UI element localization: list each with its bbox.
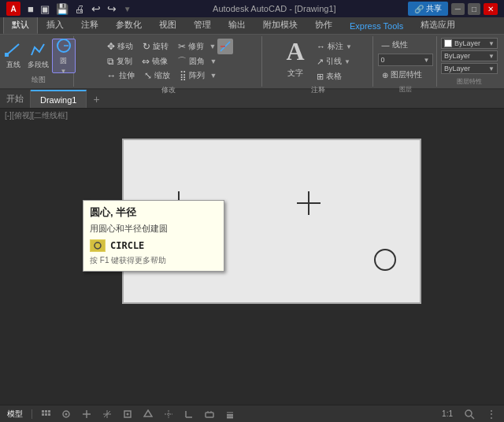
tooltip-hint: 按 F1 键获得更多帮助 [90, 255, 217, 266]
svg-line-35 [471, 416, 474, 419]
ribbon-group-modify: ✥ 移动 ↻ 旋转 ✂ 修剪 ▼ ⧉ 复制 [75, 36, 262, 87]
tool-stretch[interactable]: ↔ 拉伸 [103, 68, 139, 83]
draw-group-label: 绘图 [32, 73, 46, 85]
tool-trim[interactable]: ✂ 修剪 [174, 39, 208, 54]
svg-rect-9 [45, 410, 47, 413]
status-grid[interactable] [37, 408, 54, 420]
tooltip-command: CIRCLE [90, 239, 217, 252]
tool-copy[interactable]: ⧉ 复制 [103, 54, 136, 68]
svg-point-22 [127, 413, 129, 415]
tab-express-tools[interactable]: Express Tools [341, 18, 412, 34]
tab-manage[interactable]: 管理 [185, 16, 220, 34]
layers-group-label: 图层 [399, 83, 412, 94]
status-zoom[interactable] [460, 408, 479, 420]
ribbon-group-annotation: A 文字 ↔ 标注 ▼ ↗ 引线 ▼ ⊞ 表格 注释 [263, 36, 373, 87]
share-button[interactable]: 🔗 共享 [408, 2, 448, 16]
status-dynin[interactable] [201, 408, 218, 420]
modify-row-2: ⧉ 复制 ⇔ 镜像 ⌒ 圆角 ▼ [103, 54, 234, 68]
close-button[interactable]: ✕ [484, 3, 498, 15]
tool-rotate[interactable]: ↻ 旋转 [139, 39, 172, 54]
tool-table[interactable]: ⊞ 表格 [313, 69, 356, 83]
qa-save-icon[interactable]: 💾 [54, 2, 71, 16]
tab-output[interactable]: 输出 [220, 16, 254, 34]
properties-group-label: 图层特性 [457, 76, 482, 86]
canvas-area[interactable]: 圆心, 半径 用圆心和半径创建圆 CIRCLE 按 F1 键获得更多帮助 [0, 123, 504, 383]
crosshair-2 [297, 191, 321, 215]
tab-view[interactable]: 视图 [150, 16, 185, 34]
svg-point-15 [65, 413, 68, 415]
svg-rect-1 [5, 53, 9, 57]
status-ortho[interactable] [78, 408, 95, 420]
tab-insert[interactable]: 插入 [38, 16, 72, 34]
tab-default[interactable]: 默认 [3, 16, 38, 34]
title-bar: A ■ ▣ 💾 🖨 ↩ ↪ ▼ Autodesk AutoCAD - [Draw… [0, 0, 504, 17]
tool-text[interactable]: A 文字 [280, 38, 311, 77]
svg-rect-28 [206, 413, 213, 417]
tooltip-cmd-name: CIRCLE [110, 240, 144, 251]
qa-new-icon[interactable]: ■ [25, 2, 36, 16]
status-otrack[interactable] [160, 408, 177, 420]
modify-row-3: ↔ 拉伸 ⤡ 缩放 ⣿ 阵列 ▼ [103, 68, 234, 83]
tab-annotate[interactable]: 注释 [72, 16, 107, 34]
trim-dropdown[interactable]: ▼ [209, 43, 217, 50]
ribbon-group-layers: — 线性 0 ▼ ⊕ 图层特性 图层 [374, 36, 437, 87]
status-sep-1 [32, 409, 32, 419]
qa-redo-icon[interactable]: ↪ [105, 2, 119, 16]
tool-dimension[interactable]: ↔ 标注 ▼ [313, 39, 356, 54]
status-polar[interactable] [98, 408, 116, 420]
qa-print-icon[interactable]: 🖨 [72, 2, 87, 16]
tab-featured[interactable]: 精选应用 [412, 16, 464, 34]
status-snap[interactable] [57, 408, 75, 420]
tool-linetype[interactable]: — 线性 [378, 38, 433, 52]
color-selector[interactable]: ByLayer ▼ [441, 38, 498, 49]
status-ducs[interactable] [180, 408, 198, 420]
tool-scale[interactable]: ⤡ 缩放 [140, 68, 174, 83]
tooltip-cmd-icon [90, 239, 106, 252]
tool-layer-properties[interactable]: ⊕ 图层特性 [378, 68, 426, 82]
tab-addons[interactable]: 附加模块 [254, 16, 306, 34]
ribbon-group-draw: 直线 多段线 圆 ▼ 绘图 [3, 36, 74, 87]
tool-array[interactable]: ⣿ 阵列 [176, 68, 209, 83]
lineweight-selector[interactable]: ByLayer ▼ [441, 63, 498, 74]
tool-line[interactable]: 直线 [2, 39, 25, 73]
circle-shape [374, 249, 396, 271]
tool-move[interactable]: ✥ 移动 [103, 39, 137, 54]
tab-drawing1[interactable]: Drawing1 [31, 90, 87, 108]
ribbon-panel: 直线 多段线 圆 ▼ 绘图 [0, 35, 504, 90]
tool-leader[interactable]: ↗ 引线 ▼ [313, 54, 356, 68]
status-model[interactable]: 模型 [3, 408, 27, 420]
ribbon-group-properties: ByLayer ▼ ByLayer ▼ ByLayer ▼ 图层特性 [438, 36, 501, 87]
svg-point-34 [465, 410, 472, 416]
linetype-selector[interactable]: ByLayer ▼ [441, 50, 498, 61]
svg-rect-12 [45, 413, 47, 416]
svg-rect-6 [91, 240, 105, 251]
tool-mirror[interactable]: ⇔ 镜像 [138, 54, 172, 68]
trim-icon-btn[interactable] [217, 39, 233, 54]
tab-add-button[interactable]: + [87, 90, 106, 108]
fillet-dropdown[interactable]: ▼ [210, 57, 217, 65]
array-dropdown[interactable]: ▼ [210, 72, 217, 80]
status-bar: 模型 1:1 ⋮ [0, 405, 504, 422]
qa-undo-icon[interactable]: ↩ [89, 2, 103, 16]
status-3dosnap[interactable] [139, 408, 157, 420]
status-customize[interactable]: ⋮ [482, 408, 501, 420]
tool-fillet[interactable]: ⌒ 圆角 [173, 54, 209, 68]
app-logo: A [6, 2, 20, 16]
layer-selector[interactable]: 0 ▼ [378, 54, 433, 66]
tooltip-title: 圆心, 半径 [90, 205, 217, 220]
svg-rect-11 [42, 413, 44, 416]
tool-polyline[interactable]: 多段线 [27, 39, 50, 73]
tool-circle[interactable]: 圆 ▼ [52, 39, 76, 73]
viewport-label: [-][俯视][二维线框] [5, 110, 68, 121]
minimize-button[interactable]: ─ [451, 3, 465, 15]
status-scale[interactable]: 1:1 [438, 408, 457, 420]
ribbon-tabs: 默认 插入 注释 参数化 视图 管理 输出 附加模块 协作 Express To… [0, 17, 504, 35]
status-lweight[interactable] [221, 408, 239, 420]
svg-rect-10 [48, 410, 50, 413]
tab-collaborate[interactable]: 协作 [306, 16, 341, 34]
maximize-button[interactable]: □ [468, 3, 480, 15]
tab-start[interactable]: 开始 [0, 90, 31, 108]
tab-parametric[interactable]: 参数化 [107, 16, 150, 34]
status-osnap[interactable] [119, 408, 136, 420]
qa-open-icon[interactable]: ▣ [38, 2, 52, 16]
